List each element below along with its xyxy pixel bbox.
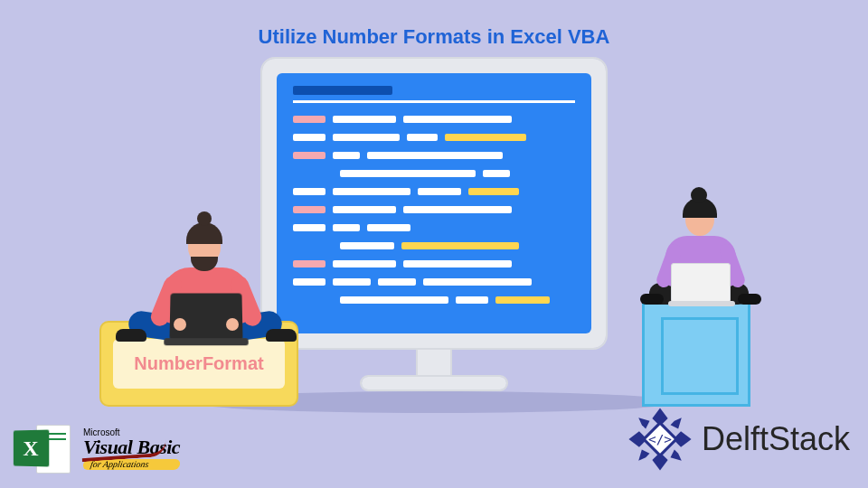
laptop-icon [671, 263, 731, 303]
code-line [293, 134, 575, 141]
right-cube [642, 298, 750, 407]
excel-letter: X [24, 436, 39, 460]
monitor-bezel [262, 59, 606, 348]
code-line [293, 260, 575, 267]
code-line [293, 116, 575, 123]
monitor-stand [416, 348, 452, 377]
divider [293, 100, 575, 103]
delftstack-name: DelftStack [702, 420, 850, 458]
svg-marker-7 [670, 450, 681, 461]
delftstack-mark-icon: </> [627, 407, 693, 472]
page-title: Utilize Number Formats in Excel VBA [0, 25, 868, 49]
left-box-label-area: NumberFormat [113, 339, 285, 389]
code-line [293, 278, 575, 286]
svg-marker-5 [670, 418, 681, 428]
svg-marker-6 [638, 450, 649, 461]
visual-basic-logo: Microsoft Visual Basic for Applications [83, 428, 180, 470]
code-screen [277, 73, 591, 333]
code-line [293, 242, 575, 249]
code-line [293, 170, 575, 177]
left-scene: NumberFormat [99, 163, 298, 407]
numberformat-label: NumberFormat [134, 353, 263, 374]
tech-logos: X Microsoft Visual Basic for Application… [13, 421, 180, 477]
code-line [293, 152, 575, 159]
code-line [293, 296, 575, 304]
code-tag-icon: </> [648, 432, 672, 446]
monitor [262, 59, 606, 389]
laptop-icon [169, 293, 242, 340]
monitor-base [362, 377, 506, 389]
code-line [293, 188, 575, 195]
svg-marker-4 [638, 418, 649, 428]
code-line [293, 224, 575, 231]
delftstack-logo: </> DelftStack [627, 407, 850, 472]
right-scene [624, 194, 769, 407]
excel-icon: X [13, 421, 71, 477]
window-title-bar [293, 86, 392, 95]
code-line [293, 206, 575, 213]
